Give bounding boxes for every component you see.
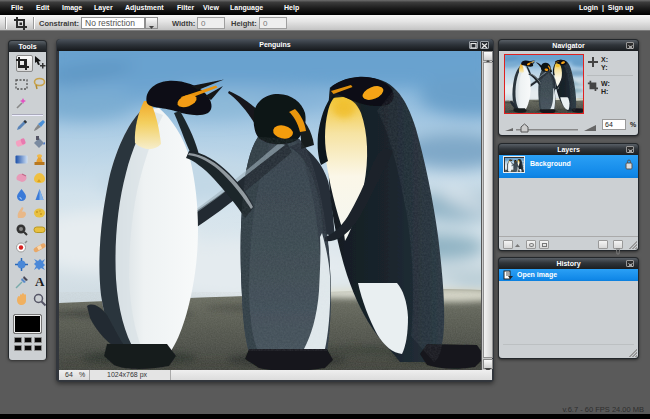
svg-text:A: A — [35, 274, 45, 289]
